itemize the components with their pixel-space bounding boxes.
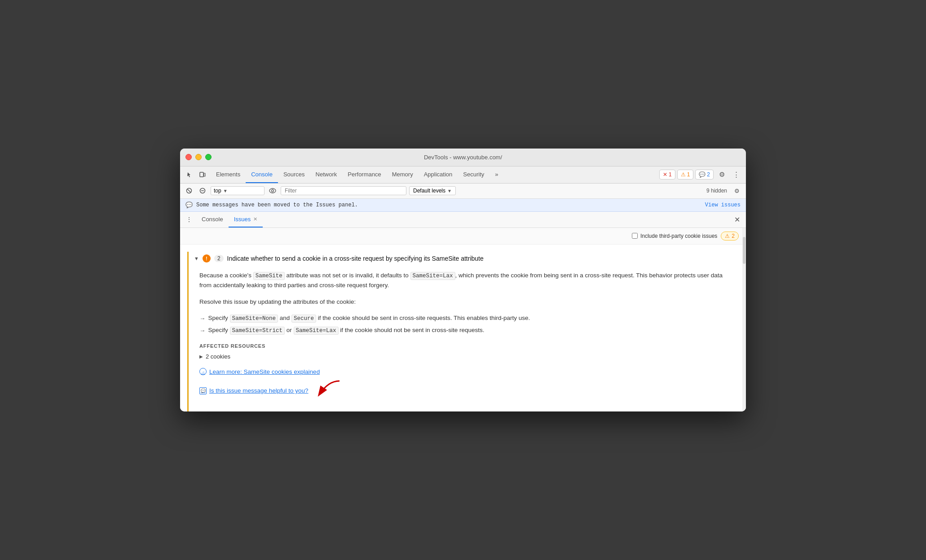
- chevron-down-icon: ▼: [223, 188, 228, 193]
- issues-banner: 💬 Some messages have been moved to the I…: [180, 199, 746, 212]
- close-panel-icon[interactable]: ✕: [732, 214, 742, 225]
- tab-sources[interactable]: Sources: [278, 166, 310, 183]
- panel-tabs: ⋮ Console Issues ✕ ✕: [180, 212, 746, 228]
- window-title: DevTools - www.youtube.com/: [424, 154, 502, 161]
- issue-list: Specify SameSite=None and Secure if the …: [199, 312, 728, 336]
- issue-title: Indicate whether to send a cookie in a c…: [227, 255, 484, 262]
- tab-network[interactable]: Network: [310, 166, 343, 183]
- scrollbar-thumb[interactable]: [743, 237, 745, 264]
- tab-elements[interactable]: Elements: [211, 166, 246, 183]
- warn-count-button[interactable]: ⚠ 1: [677, 170, 694, 179]
- affected-resources-title: AFFECTED RESOURCES: [199, 343, 728, 349]
- scrollbar-track[interactable]: [742, 228, 746, 411]
- third-party-checkbox[interactable]: [632, 233, 638, 239]
- code-secure: Secure: [291, 315, 316, 323]
- tab-issues-panel[interactable]: Issues ✕: [229, 212, 263, 228]
- code-samesite-strict: SameSite=Strict: [230, 327, 285, 335]
- external-link-icon: →: [199, 368, 207, 375]
- tab-console-panel[interactable]: Console: [196, 212, 229, 228]
- inspect-icon[interactable]: [184, 168, 196, 181]
- tab-security[interactable]: Security: [458, 166, 489, 183]
- more-options-icon[interactable]: ⋮: [730, 168, 742, 181]
- warn-count: 1: [687, 171, 690, 178]
- console-toolbar: top ▼ Default levels ▼ 9 hidden ⚙: [180, 184, 746, 199]
- feedback-icon: 💬: [199, 387, 207, 394]
- warn-icon: ⚠: [681, 171, 686, 178]
- issue-group: ▼ ! 2 Indicate whether to send a cookie …: [187, 252, 739, 411]
- feedback-link[interactable]: 💬 Is this issue message helpful to you?: [199, 379, 728, 402]
- issue-count: 2: [214, 255, 224, 262]
- eye-icon[interactable]: [267, 185, 278, 196]
- hidden-count: 9 hidden: [706, 188, 727, 194]
- code-samesite-lax: SameSite=Lax: [410, 272, 455, 280]
- svg-point-6: [269, 188, 276, 193]
- issues-content: Include third-party cookie issues ⚠ 2 ▼ …: [180, 228, 746, 411]
- learn-more-link[interactable]: → Learn more: SameSite cookies explained: [199, 368, 728, 375]
- third-party-checkbox-container: Include third-party cookie issues: [632, 233, 717, 239]
- nav-right: ✕ 1 ⚠ 1 💬 2 ⚙ ⋮: [659, 168, 742, 181]
- list-item: Specify SameSite=Strict or SameSite=Lax …: [199, 324, 728, 337]
- levels-label: Default levels: [413, 188, 445, 194]
- error-count: 1: [669, 171, 672, 178]
- issue-toggle-icon[interactable]: ▼: [194, 256, 199, 261]
- title-bar: DevTools - www.youtube.com/: [180, 149, 746, 166]
- nav-tabs: Elements Console Sources Network Perform…: [211, 166, 659, 183]
- svg-rect-0: [200, 172, 203, 177]
- issues-banner-message: Some messages have been moved to the Iss…: [196, 202, 701, 208]
- levels-selector[interactable]: Default levels ▼: [409, 186, 456, 195]
- tab-more[interactable]: »: [489, 166, 503, 183]
- settings-icon-small[interactable]: ⚙: [732, 185, 742, 196]
- maximize-button[interactable]: [205, 154, 212, 160]
- issue-links: → Learn more: SameSite cookies explained…: [199, 368, 728, 402]
- view-issues-link[interactable]: View issues: [705, 202, 741, 208]
- close-button[interactable]: [185, 154, 192, 160]
- settings-icon[interactable]: ⚙: [715, 168, 728, 181]
- svg-point-7: [272, 190, 274, 192]
- code-samesite-lax2: SameSite=Lax: [294, 327, 339, 335]
- tab-performance[interactable]: Performance: [342, 166, 386, 183]
- info-panel-icon: 💬: [185, 201, 193, 209]
- error-count-button[interactable]: ✕ 1: [659, 170, 675, 179]
- issue-body: Because a cookie's SameSite attribute wa…: [189, 265, 739, 411]
- clear-console-icon[interactable]: [184, 185, 194, 196]
- issues-header-bar: Include third-party cookie issues ⚠ 2: [180, 228, 746, 245]
- issue-description: Because a cookie's SameSite attribute wa…: [199, 271, 728, 290]
- third-party-checkbox-label: Include third-party cookie issues: [640, 233, 717, 239]
- red-arrow-annotation: [315, 379, 342, 402]
- tab-memory[interactable]: Memory: [387, 166, 419, 183]
- devtools-nav: Elements Console Sources Network Perform…: [180, 166, 746, 184]
- issue-header[interactable]: ▼ ! 2 Indicate whether to send a cookie …: [189, 252, 739, 265]
- devtools-window: DevTools - www.youtube.com/ Elements Con…: [180, 149, 746, 411]
- close-issues-tab-icon[interactable]: ✕: [253, 216, 257, 222]
- tab-console[interactable]: Console: [246, 166, 278, 183]
- context-label: top: [214, 188, 221, 194]
- info-count-button[interactable]: 💬 2: [695, 170, 714, 179]
- filter-input[interactable]: [281, 186, 406, 195]
- svg-rect-1: [204, 173, 205, 176]
- minimize-button[interactable]: [195, 154, 202, 160]
- issues-count-number: 2: [732, 233, 735, 239]
- stop-icon[interactable]: [197, 185, 208, 196]
- issue-resolve-text: Resolve this issue by updating the attri…: [199, 297, 728, 307]
- device-toolbar-icon[interactable]: [196, 168, 209, 181]
- issue-warning-icon: !: [203, 254, 211, 262]
- code-samesite-none: SameSite=None: [230, 315, 278, 323]
- list-item: Specify SameSite=None and Secure if the …: [199, 312, 728, 324]
- affected-item-label: 2 cookies: [206, 353, 230, 360]
- affected-item[interactable]: ▶ 2 cookies: [199, 352, 728, 361]
- chevron-down-icon: ▼: [447, 188, 452, 193]
- info-icon: 💬: [699, 171, 706, 178]
- info-count: 2: [707, 171, 710, 178]
- affected-arrow-icon: ▶: [199, 354, 203, 359]
- svg-line-3: [188, 189, 191, 192]
- code-samesite: SameSite: [253, 272, 285, 280]
- context-selector[interactable]: top ▼: [211, 186, 265, 195]
- panel-tab-menu-icon[interactable]: ⋮: [184, 214, 194, 225]
- tab-application[interactable]: Application: [419, 166, 458, 183]
- traffic-lights: [185, 154, 212, 160]
- warn-badge-icon: ⚠: [725, 233, 730, 239]
- error-icon: ✕: [663, 171, 667, 178]
- issues-count-badge: ⚠ 2: [721, 232, 739, 241]
